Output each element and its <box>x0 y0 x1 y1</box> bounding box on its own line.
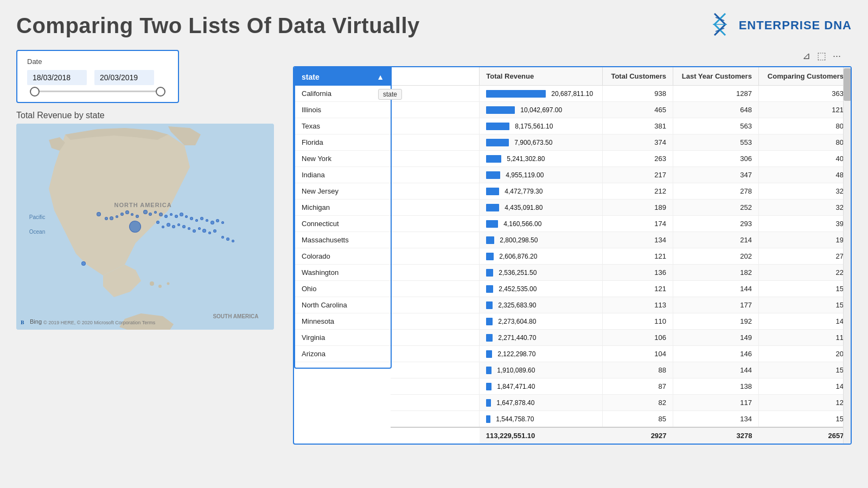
map-dot <box>164 215 168 218</box>
dropdown-item[interactable]: Virginia <box>295 330 391 346</box>
cell-comparing: 80 <box>758 118 850 134</box>
map-dot <box>167 223 170 227</box>
cell-last-year: 149 <box>673 330 759 346</box>
map-dot <box>210 221 214 224</box>
table-row: Pennsylvania 1,544,758.70 85 134 15 <box>391 411 851 428</box>
dropdown-item[interactable]: Illinois <box>295 102 391 118</box>
filter-icon[interactable]: ⊿ <box>802 50 810 62</box>
date-start-input[interactable]: 18/03/2018 <box>27 70 87 85</box>
cell-revenue: 2,271,440.70 <box>480 330 603 346</box>
cell-revenue: 4,435,091.80 <box>480 200 603 216</box>
cell-comparing: 15 <box>758 411 850 428</box>
cell-last-year: 648 <box>673 102 759 118</box>
cell-comparing: 32 <box>758 183 850 200</box>
map-dot <box>159 213 163 216</box>
revenue-bar <box>486 350 492 358</box>
cell-customers: 121 <box>603 248 673 265</box>
revenue-bar <box>486 285 493 293</box>
dropdown-items[interactable]: CaliforniaIllinoisTexasFloridaNew YorkIn… <box>295 86 391 368</box>
dropdown-item[interactable]: Texas <box>295 118 391 134</box>
revenue-value: 1,910,089.60 <box>497 367 535 374</box>
col-comparing[interactable]: Comparing Customers <box>758 67 850 86</box>
header: Comparing Two Lists Of Data Virtually EN… <box>16 11 852 40</box>
more-icon[interactable]: ··· <box>833 50 841 62</box>
cell-revenue: 2,325,683.90 <box>480 297 603 313</box>
right-panel: ⊿ ⬚ ··· state ▲ CaliforniaIllinoisTexasF… <box>293 50 852 445</box>
cell-comparing: 22 <box>758 265 850 281</box>
dropdown-item[interactable]: New York <box>295 151 391 167</box>
table-row: Massachusetts 2,800,298.50 134 214 19 <box>391 232 851 248</box>
cell-revenue: 1,910,089.60 <box>480 362 603 378</box>
revenue-value: 4,955,119.00 <box>506 171 544 179</box>
table-row: Michigan 4,435,091.80 189 252 32 <box>391 200 851 216</box>
revenue-value: 2,273,604.80 <box>498 318 536 325</box>
cell-customers: 113 <box>603 297 673 313</box>
date-inputs: 18/03/2018 20/03/2019 <box>27 70 168 85</box>
revenue-bar <box>486 204 499 211</box>
cell-last-year: 182 <box>673 265 759 281</box>
dropdown-item[interactable]: Florida <box>295 134 391 151</box>
cell-last-year: 138 <box>673 378 759 395</box>
scrollbar-thumb[interactable] <box>844 68 851 101</box>
cell-revenue: 1,847,471.40 <box>480 378 603 395</box>
map-dot <box>162 226 164 228</box>
cell-revenue: 2,800,298.50 <box>480 232 603 248</box>
table-row: Oregon 1,647,878.40 82 117 12 <box>391 395 851 411</box>
map-dot <box>120 213 124 216</box>
col-last-year[interactable]: Last Year Customers <box>673 67 759 86</box>
state-dropdown[interactable]: state ▲ CaliforniaIllinoisTexasFloridaNe… <box>294 67 392 369</box>
cell-customers: 381 <box>603 118 673 134</box>
map-dot <box>190 217 193 220</box>
cell-customers: 88 <box>603 362 673 378</box>
dropdown-header[interactable]: state ▲ <box>295 68 391 86</box>
cell-comparing: 14 <box>758 313 850 330</box>
revenue-bar <box>486 383 492 390</box>
map-dot <box>175 215 178 218</box>
cell-revenue: 7,900,673.50 <box>480 134 603 151</box>
logo-area: ENTERPRISE DNA <box>706 11 852 40</box>
cell-customers: 212 <box>603 183 673 200</box>
dropdown-item[interactable]: Colorado <box>295 248 391 265</box>
cell-last-year: 553 <box>673 134 759 151</box>
dropdown-item[interactable]: New Jersey <box>295 183 391 200</box>
dropdown-item[interactable]: Ohio <box>295 281 391 297</box>
revenue-bar <box>486 318 493 325</box>
dropdown-item[interactable]: Maryland <box>295 362 391 368</box>
dropdown-item[interactable]: North Carolina <box>295 297 391 313</box>
table-row: Illinois 10,042,697.00 465 648 121 <box>391 102 851 118</box>
revenue-value: 10,042,697.00 <box>520 106 562 114</box>
col-revenue[interactable]: Total Revenue <box>480 67 603 86</box>
dna-icon <box>706 11 733 40</box>
dropdown-header-label: state <box>302 73 320 81</box>
map-dot <box>200 217 203 220</box>
table-scrollbar[interactable] <box>843 67 851 444</box>
revenue-bar <box>486 106 515 114</box>
dropdown-item[interactable]: Arizona <box>295 346 391 362</box>
cell-comparing: 12 <box>758 395 850 411</box>
dropdown-item[interactable]: Michigan <box>295 200 391 216</box>
dropdown-item[interactable]: Massachusetts <box>295 232 391 248</box>
slider-thumb-left[interactable] <box>30 87 40 97</box>
table-row: Texas 8,175,561.10 381 563 80 <box>391 118 851 134</box>
revenue-value: 1,544,758.70 <box>496 415 534 423</box>
map-dot <box>131 213 133 216</box>
dropdown-sort-icon[interactable]: ▲ <box>376 73 384 81</box>
date-slider-track[interactable] <box>30 91 165 92</box>
map-dot <box>213 229 216 233</box>
export-icon[interactable]: ⬚ <box>817 50 826 62</box>
cell-revenue: 1,647,878.40 <box>480 395 603 411</box>
dropdown-item[interactable]: Minnesota <box>295 313 391 330</box>
cell-last-year: 202 <box>673 248 759 265</box>
dropdown-item[interactable]: Indiana <box>295 167 391 183</box>
date-filter-box: Date 18/03/2018 20/03/2019 <box>16 50 179 103</box>
map-label-north-america: NORTH AMERICA <box>114 202 172 208</box>
dropdown-item[interactable]: Washington <box>295 265 391 281</box>
col-customers[interactable]: Total Customers <box>603 67 673 86</box>
date-end-input[interactable]: 20/03/2019 <box>94 70 154 85</box>
slider-thumb-right[interactable] <box>156 87 165 97</box>
footer-comparing: 2657 <box>758 427 850 444</box>
revenue-value: 2,800,298.50 <box>500 236 538 244</box>
dropdown-item[interactable]: California <box>295 86 391 102</box>
dropdown-item[interactable]: Connecticut <box>295 216 391 232</box>
revenue-value: 2,271,440.70 <box>498 334 536 342</box>
